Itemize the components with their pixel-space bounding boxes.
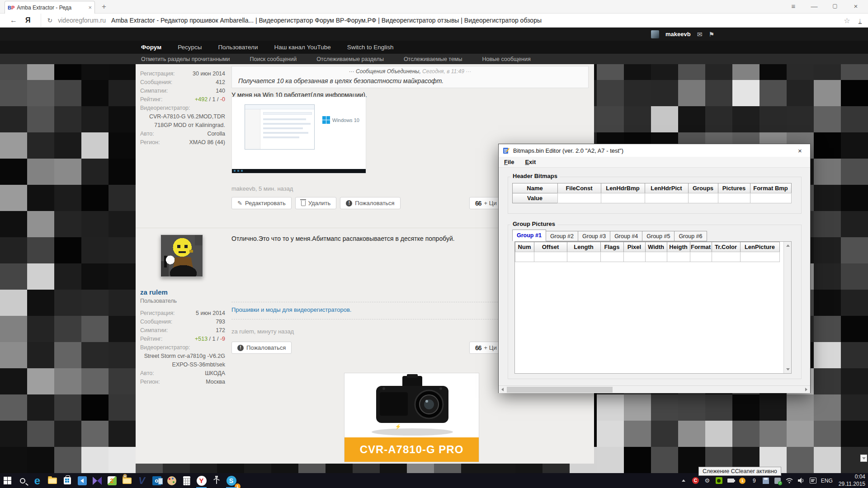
column-header[interactable]: Heigth bbox=[667, 242, 690, 252]
column-header[interactable]: Format Bmp bbox=[750, 183, 792, 193]
new-tab-button[interactable]: + bbox=[102, 2, 106, 11]
action-center-icon[interactable] bbox=[809, 477, 817, 484]
taskbar-music-app[interactable] bbox=[75, 473, 90, 488]
column-header[interactable]: Pictures bbox=[718, 183, 750, 193]
user-avatar[interactable] bbox=[651, 30, 659, 38]
yandex-logo-icon[interactable]: Я bbox=[25, 16, 31, 24]
dashcam-banner[interactable]: Street⚡Storm CVR-A7810-G PRO bbox=[344, 373, 479, 462]
username[interactable]: makeevb bbox=[665, 31, 691, 38]
table-cell[interactable] bbox=[601, 193, 645, 203]
stat-value[interactable]: 412 bbox=[216, 79, 225, 88]
scrollbar-thumb[interactable] bbox=[507, 387, 613, 393]
hidden-icons-chevron[interactable] bbox=[680, 477, 688, 484]
reload-icon[interactable]: ↻ bbox=[47, 17, 53, 24]
tab-group-4[interactable]: Group #4 bbox=[610, 231, 642, 241]
nav-youtube[interactable]: Наш канал YouTube bbox=[274, 44, 331, 51]
column-header[interactable]: Flags bbox=[600, 242, 624, 252]
page-scroll-down-button[interactable] bbox=[860, 455, 867, 462]
subnav-mark-read[interactable]: Отметить разделы прочитанными bbox=[141, 56, 230, 62]
column-header[interactable]: Name bbox=[512, 183, 558, 193]
menu-file[interactable]: File bbox=[499, 157, 519, 167]
settings-gear-icon[interactable]: ⚙ bbox=[703, 477, 711, 484]
browser-menu-icon[interactable]: ≡ bbox=[783, 2, 804, 10]
dialog-title-bar[interactable]: Bitmaps.bin Editor (ver. 2.0 "A2, A7 - t… bbox=[499, 144, 810, 157]
taskbar-2gis[interactable]: 2 bbox=[104, 473, 119, 488]
post2-avatar[interactable] bbox=[160, 235, 203, 277]
taskbar-media-app[interactable] bbox=[90, 473, 104, 488]
column-header[interactable]: LenHdrBmp bbox=[601, 183, 645, 193]
safely-remove-usb-icon[interactable]: ✓ bbox=[774, 477, 782, 484]
menu-exit[interactable]: Exit bbox=[519, 157, 541, 167]
language-indicator[interactable]: ENG bbox=[821, 478, 833, 484]
table-cell[interactable] bbox=[718, 193, 750, 203]
taskbar-calculator[interactable] bbox=[179, 473, 194, 488]
taskbar-outlook[interactable]: o bbox=[149, 473, 164, 488]
alerts-flag-icon[interactable]: ⚑ bbox=[708, 31, 714, 38]
scroll-right-arrow[interactable] bbox=[805, 388, 807, 391]
taskbar-store[interactable] bbox=[60, 473, 75, 488]
url-field[interactable]: ↻ videoregforum.ru Amba Extractor - Реда… bbox=[41, 14, 844, 28]
taskbar-edge[interactable]: e bbox=[30, 473, 45, 488]
vertical-scrollbar[interactable] bbox=[783, 242, 791, 373]
scroll-left-arrow[interactable] bbox=[501, 388, 504, 391]
nav-resources[interactable]: Ресурсы bbox=[178, 44, 202, 51]
table-cell[interactable] bbox=[645, 193, 689, 203]
column-header[interactable]: Width bbox=[645, 242, 667, 252]
signature-link[interactable]: Прошивки и моды для видеорегистраторов. bbox=[231, 306, 351, 313]
back-icon[interactable]: ← bbox=[10, 16, 17, 24]
close-button[interactable]: × bbox=[845, 2, 866, 10]
notification-badge-icon[interactable]: 1 bbox=[739, 477, 746, 484]
ccleaner-tray-icon[interactable]: C bbox=[692, 477, 699, 484]
tab-close-icon[interactable]: × bbox=[88, 4, 92, 11]
taskbar-v-app[interactable]: V bbox=[134, 473, 149, 488]
taskbar-usb-tool[interactable] bbox=[209, 473, 224, 488]
subnav-new-posts[interactable]: Новые сообщения bbox=[482, 56, 530, 62]
column-header[interactable]: Offset bbox=[534, 242, 567, 252]
column-header[interactable]: Length bbox=[567, 242, 601, 252]
storage-tray-icon[interactable] bbox=[762, 477, 770, 484]
column-header[interactable]: Num bbox=[515, 242, 534, 252]
maximize-button[interactable]: ▢ bbox=[825, 3, 845, 9]
taskbar-search-button[interactable] bbox=[15, 473, 30, 488]
table-cell[interactable] bbox=[557, 193, 601, 203]
taskbar-skype[interactable]: S1 bbox=[224, 473, 239, 488]
taskbar-file-explorer[interactable] bbox=[45, 473, 60, 488]
minimize-button[interactable]: — bbox=[804, 2, 825, 10]
table-cell[interactable] bbox=[688, 193, 718, 203]
column-header[interactable]: FileConst bbox=[557, 183, 601, 193]
subnav-watched-forums[interactable]: Отслеживаемые разделы bbox=[316, 56, 384, 62]
wifi-icon[interactable] bbox=[786, 477, 793, 484]
post1-attached-screenshot[interactable]: Windows 10 bbox=[231, 97, 366, 174]
nav-users[interactable]: Пользователи bbox=[218, 44, 258, 51]
battery-icon[interactable] bbox=[727, 477, 735, 484]
horizontal-scrollbar[interactable] bbox=[499, 385, 810, 393]
taskbar-clock[interactable]: 0:04 29.11.2015 bbox=[839, 474, 865, 488]
taskbar-paint-app[interactable] bbox=[164, 473, 179, 488]
table-cell[interactable] bbox=[750, 193, 792, 203]
taskbar-file-search[interactable] bbox=[119, 473, 134, 488]
downloads-icon[interactable]: ↓ bbox=[859, 17, 862, 24]
taskbar-yandex-browser[interactable]: Y bbox=[194, 473, 209, 488]
column-header[interactable]: Pixel bbox=[623, 242, 646, 252]
tab-group-2[interactable]: Group #2 bbox=[546, 231, 578, 241]
start-button[interactable] bbox=[0, 473, 15, 488]
tab-group-3[interactable]: Group #3 bbox=[578, 231, 610, 241]
delete-button[interactable]: Удалить bbox=[295, 197, 337, 209]
column-header[interactable]: Tr.Color bbox=[712, 242, 741, 252]
volume-icon[interactable] bbox=[797, 477, 805, 484]
report-button[interactable]: !Пожаловаться bbox=[231, 342, 292, 354]
tray-counter[interactable]: 9 bbox=[750, 477, 758, 484]
tab-group-1[interactable]: Group #1 bbox=[512, 230, 546, 241]
tab-group-5[interactable]: Group #5 bbox=[642, 231, 675, 241]
user-menu[interactable]: makeevb ✉ ⚑ bbox=[651, 28, 714, 41]
post2-username-link[interactable]: za rulem bbox=[140, 288, 168, 296]
dialog-close-button[interactable]: × bbox=[790, 144, 810, 157]
tab-group-6[interactable]: Group #6 bbox=[674, 231, 707, 241]
inbox-envelope-icon[interactable]: ✉ bbox=[697, 31, 703, 38]
column-header[interactable]: Format bbox=[690, 242, 712, 252]
edit-button[interactable]: ✎Редактировать bbox=[231, 197, 292, 209]
nav-switch-english[interactable]: Switch to English bbox=[347, 44, 394, 51]
report-button[interactable]: !Пожаловаться bbox=[340, 197, 400, 209]
column-header[interactable]: LenPicture bbox=[740, 242, 780, 252]
scroll-down-arrow[interactable] bbox=[784, 366, 792, 373]
